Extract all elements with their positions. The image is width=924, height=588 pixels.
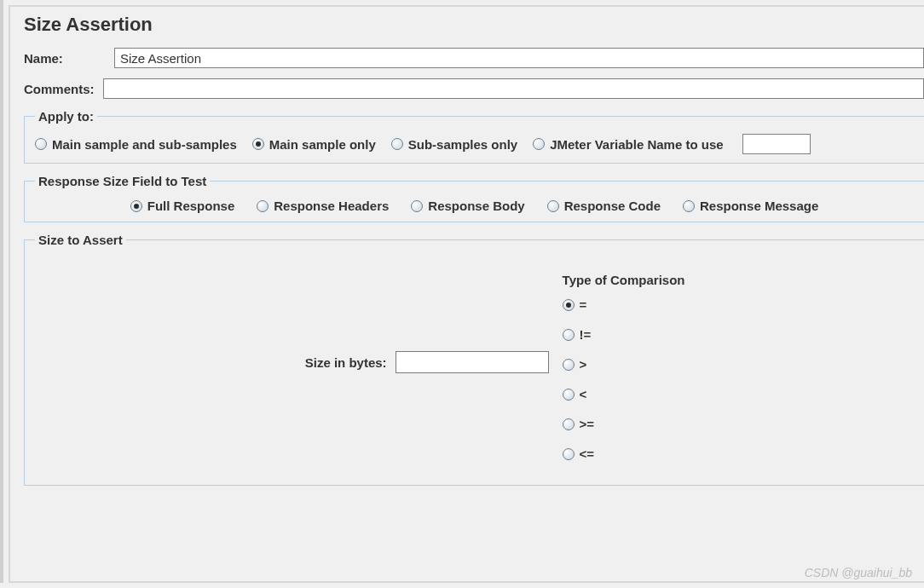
comp-le[interactable]: <= [563,447,914,461]
comparison-title: Type of Comparison [563,273,914,287]
size-assertion-panel: Size Assertion Name: Comments: Apply to:… [9,5,924,583]
comp-lt[interactable]: < [563,387,914,401]
name-input[interactable] [114,48,924,68]
comp-le-label: <= [580,447,595,461]
radio-icon [563,299,575,311]
radio-icon [683,200,695,212]
comments-input[interactable] [103,78,924,99]
resp-full[interactable]: Full Response [130,199,235,213]
apply-to-sub-only[interactable]: Sub-samples only [391,137,517,152]
comp-ne[interactable]: != [563,327,914,342]
jmeter-variable-input[interactable] [742,134,811,154]
page-title: Size Assertion [24,14,924,36]
radio-icon [547,200,559,212]
comp-ge[interactable]: >= [563,417,914,431]
apply-to-sub-only-label: Sub-samples only [408,137,517,152]
size-bytes-label: Size in bytes: [305,355,387,370]
comp-ge-label: >= [580,417,595,431]
radio-icon [257,200,269,212]
apply-to-main-sub-label: Main sample and sub-samples [52,137,237,152]
radio-icon [563,418,575,430]
name-label: Name: [24,51,106,66]
size-assert-group: Size to Assert Size in bytes: Type of Co… [24,233,924,486]
response-field-group: Response Size Field to Test Full Respons… [24,174,924,222]
apply-to-main-only[interactable]: Main sample only [252,137,376,152]
resp-message[interactable]: Response Message [683,199,818,213]
radio-icon [563,329,575,341]
radio-icon [35,138,47,150]
radio-icon [563,359,575,371]
apply-to-main-only-label: Main sample only [269,137,376,152]
radio-icon [411,200,423,212]
resp-headers-label: Response Headers [274,199,389,213]
response-field-legend: Response Size Field to Test [35,174,210,188]
comp-ne-label: != [580,327,592,342]
comments-label: Comments: [24,82,95,96]
radio-icon [563,389,575,401]
apply-to-jmeter-var-label: JMeter Variable Name to use [550,137,723,152]
apply-to-group: Apply to: Main sample and sub-samples Ma… [24,109,924,164]
radio-icon [563,448,575,460]
resp-message-label: Response Message [700,199,818,213]
comp-gt[interactable]: > [563,357,914,372]
resp-code-label: Response Code [564,199,661,213]
resp-body[interactable]: Response Body [411,199,524,213]
radio-icon [252,138,264,150]
resp-code[interactable]: Response Code [547,199,661,213]
resp-full-label: Full Response [147,199,235,213]
resp-headers[interactable]: Response Headers [257,199,389,213]
apply-to-legend: Apply to: [35,109,97,124]
apply-to-main-sub[interactable]: Main sample and sub-samples [35,137,237,152]
comp-eq-label: = [580,297,587,312]
radio-icon [130,200,142,212]
comp-lt-label: < [580,387,587,401]
resp-body-label: Response Body [428,199,524,213]
name-row: Name: [24,48,924,68]
radio-icon [391,138,403,150]
size-bytes-input[interactable] [396,351,549,373]
size-assert-legend: Size to Assert [35,233,126,247]
comp-gt-label: > [580,357,587,372]
comments-row: Comments: [24,78,924,99]
radio-icon [533,138,545,150]
apply-to-jmeter-var[interactable]: JMeter Variable Name to use [533,137,723,152]
comp-eq[interactable]: = [563,297,914,312]
